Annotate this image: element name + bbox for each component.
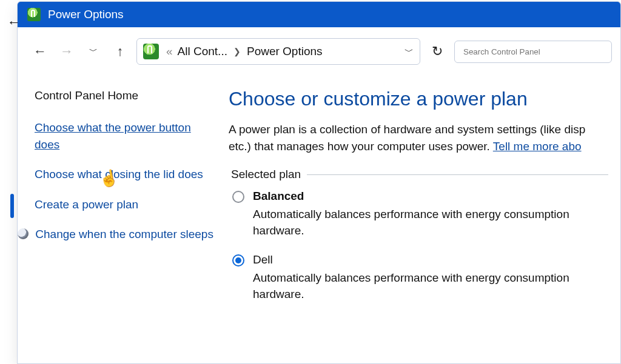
plan-name: Balanced bbox=[253, 190, 304, 203]
radio-dell[interactable] bbox=[232, 254, 244, 266]
search-input[interactable] bbox=[454, 41, 612, 63]
page-heading: Choose or customize a power plan bbox=[229, 88, 608, 110]
control-panel-icon bbox=[143, 44, 159, 59]
plan-balanced[interactable]: Balanced Automatically balances performa… bbox=[229, 181, 608, 245]
selected-plan-group: Selected plan Balanced Automatically bal… bbox=[229, 168, 608, 308]
window-title: Power Options bbox=[48, 8, 124, 21]
control-panel-home-link[interactable]: Control Panel Home bbox=[35, 89, 217, 102]
tell-me-more-link[interactable]: Tell me more abo bbox=[493, 140, 582, 153]
plan-description: Automatically balances performance with … bbox=[253, 270, 608, 302]
plan-dell[interactable]: Dell Automatically balances performance … bbox=[229, 245, 608, 308]
radio-balanced[interactable] bbox=[232, 191, 244, 203]
nav-up-button[interactable]: ↑ bbox=[110, 41, 130, 62]
plan-name: Dell bbox=[253, 253, 273, 266]
content-area: Control Panel Home Choose what the power… bbox=[18, 76, 620, 308]
sleep-icon bbox=[18, 228, 29, 239]
link-closing-lid-does[interactable]: Choose what closing the lid does bbox=[35, 166, 217, 183]
back-arrow-outside: ← bbox=[7, 15, 21, 30]
breadcrumb-power-options[interactable]: Power Options bbox=[247, 45, 323, 58]
nav-back-button[interactable]: ← bbox=[30, 41, 50, 62]
recent-locations-button[interactable]: ﹀ bbox=[83, 41, 104, 62]
selected-plan-legend: Selected plan bbox=[229, 168, 307, 181]
link-create-power-plan[interactable]: Create a power plan bbox=[35, 196, 217, 213]
address-bar[interactable]: « All Cont... ❯ Power Options ﹀ bbox=[136, 38, 420, 65]
page-description: A power plan is a collection of hardware… bbox=[229, 121, 608, 154]
link-power-button-does[interactable]: Choose what the power button does bbox=[35, 119, 217, 153]
link-change-sleep[interactable]: Change when the computer sleeps bbox=[35, 226, 217, 243]
nav-forward-button[interactable]: → bbox=[56, 41, 77, 62]
plan-description: Automatically balances performance with … bbox=[253, 207, 608, 239]
breadcrumb-all-control-panel[interactable]: All Cont... bbox=[178, 45, 227, 58]
accent-bar bbox=[10, 194, 14, 218]
address-bar-history-button[interactable]: ﹀ bbox=[404, 46, 414, 58]
power-options-icon bbox=[27, 8, 41, 21]
window: Power Options ← → ﹀ ↑ « All Cont... ❯ Po… bbox=[17, 1, 621, 364]
toolbar: ← → ﹀ ↑ « All Cont... ❯ Power Options ﹀ … bbox=[18, 27, 620, 76]
link-label: Change when the computer sleeps bbox=[35, 228, 213, 240]
title-bar[interactable]: Power Options bbox=[18, 2, 620, 27]
link-label: Choose what the power button does bbox=[35, 121, 191, 151]
refresh-button[interactable]: ↻ bbox=[426, 41, 448, 62]
main-panel: Choose or customize a power plan A power… bbox=[229, 76, 608, 308]
chevron-right-icon[interactable]: ❯ bbox=[232, 47, 242, 56]
sidebar: Control Panel Home Choose what the power… bbox=[35, 76, 229, 308]
breadcrumb-prefix: « bbox=[166, 45, 173, 58]
